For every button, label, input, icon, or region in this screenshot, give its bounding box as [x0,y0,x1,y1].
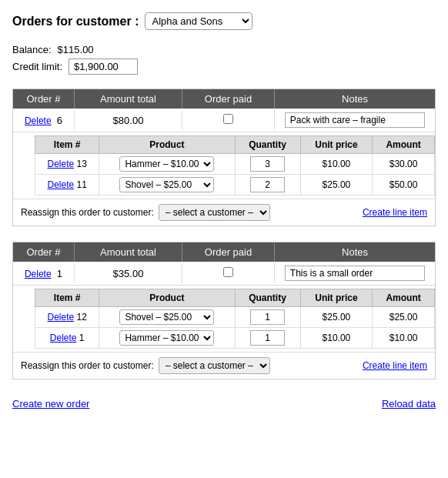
order-header-row: Order # Amount total Order paid Notes [13,89,435,109]
footer-row: Create new order Reload data [12,395,436,409]
li-qty-1-2 [235,175,300,196]
order-delete-num-1: Delete 6 [13,111,75,130]
li-amount-1-1: $30.00 [373,154,435,175]
balance-row: Balance: $115.00 [12,44,436,55]
delete-li-link-1-1[interactable]: Delete [48,159,75,169]
li-col-unit-price: Unit price [300,136,373,154]
orders-container: Order # Amount total Order paid Notes De… [12,89,436,379]
balance-section: Balance: $115.00 Credit limit: [12,44,436,75]
reassign-select-2[interactable]: – select a customer – Alpha and Sons Bet… [159,357,270,374]
order-paid-cell-1 [182,110,275,130]
li-product-select-2-2[interactable]: Hammer – $10.00Shovel – $25.00 [119,330,214,346]
delete-order-link-2[interactable]: Delete [25,269,52,279]
li-qty-1-1 [235,154,300,175]
reassign-select-1[interactable]: – select a customer – Alpha and Sons Bet… [159,204,270,221]
li-col-product: Product [99,136,235,154]
line-item-row-2-1: Delete 12 Hammer – $10.00Shovel – $25.00… [35,307,435,328]
li-product-select-1-1[interactable]: Hammer – $10.00Shovel – $25.00 [119,156,214,172]
reassign-label-1: Reassign this order to customer: [21,207,154,218]
order-notes-input-1[interactable] [285,112,425,128]
order-amount-2: $35.00 [75,264,182,283]
line-items-table-1: Item # Product Quantity Unit price Amoun… [35,135,435,196]
customer-select[interactable]: Alpha and Sons Beta Corp Gamma Ltd [145,12,252,30]
line-item-row-1-1: Delete 13 Hammer – $10.00Shovel – $25.00… [35,154,435,175]
li-col-item-num: Item # [35,289,99,307]
li-unit-price-2-2: $10.00 [300,328,373,349]
li-product-1-1: Hammer – $10.00Shovel – $25.00 [99,154,235,175]
li-amount-2-2: $10.00 [373,328,435,349]
order-paid-checkbox-2[interactable] [223,267,233,277]
order-block-2: Order # Amount total Order paid Notes De… [12,242,436,379]
credit-input[interactable] [69,58,138,75]
col-order-num: Order # [13,242,75,262]
balance-value: $115.00 [58,44,94,55]
col-order-paid: Order paid [182,242,275,262]
li-col-amount: Amount [373,136,435,154]
order-delete-num-2: Delete 1 [13,264,75,283]
delete-li-link-1-2[interactable]: Delete [48,179,75,190]
li-qty-input-2-2[interactable] [250,330,285,346]
col-notes: Notes [275,89,435,109]
li-product-1-2: Hammer – $10.00Shovel – $25.00 [99,175,235,196]
reload-data-link[interactable]: Reload data [382,398,436,409]
delete-li-link-2-1[interactable]: Delete [48,312,75,323]
reassign-label-2: Reassign this order to customer: [21,360,154,371]
col-order-num: Order # [13,89,75,109]
page-header: Orders for customer : Alpha and Sons Bet… [12,12,436,30]
line-items-wrapper-1: Item # Product Quantity Unit price Amoun… [13,132,435,199]
col-amount-total: Amount total [75,242,182,262]
li-qty-input-2-1[interactable] [250,309,285,325]
li-product-2-2: Hammer – $10.00Shovel – $25.00 [99,328,235,349]
li-qty-2-2 [235,328,300,349]
li-qty-2-1 [235,307,300,328]
line-item-row-2-2: Delete 1 Hammer – $10.00Shovel – $25.00 … [35,328,435,349]
order-notes-input-2[interactable] [285,266,425,281]
col-amount-total: Amount total [75,89,182,109]
col-notes: Notes [275,242,435,262]
order-paid-cell-2 [182,263,275,283]
li-col-product: Product [99,289,235,307]
li-col-unit-price: Unit price [300,289,373,307]
order-amount-1: $80.00 [75,111,182,130]
col-order-paid: Order paid [182,89,275,109]
li-delete-num-2-2: Delete 1 [35,328,99,349]
order-header-row: Order # Amount total Order paid Notes [13,242,435,262]
create-line-item-link-2[interactable]: Create line item [363,360,427,371]
li-col-quantity: Quantity [235,289,300,307]
li-product-2-1: Hammer – $10.00Shovel – $25.00 [99,307,235,328]
li-col-item-num: Item # [35,136,99,154]
li-col-amount: Amount [373,289,435,307]
order-data-row-1: Delete 6 $80.00 [13,109,435,132]
li-qty-input-1-2[interactable] [250,177,285,192]
li-col-quantity: Quantity [235,136,300,154]
li-product-select-1-2[interactable]: Hammer – $10.00Shovel – $25.00 [119,177,214,192]
reassign-row-2: Reassign this order to customer: – selec… [13,352,435,379]
order-block-1: Order # Amount total Order paid Notes De… [12,89,436,226]
li-delete-num-1-1: Delete 13 [35,154,99,175]
li-amount-1-2: $50.00 [373,175,435,196]
line-items-table-2: Item # Product Quantity Unit price Amoun… [35,289,435,349]
reassign-row-1: Reassign this order to customer: – selec… [13,199,435,226]
li-unit-price-2-1: $25.00 [300,307,373,328]
balance-label: Balance: [12,44,52,55]
line-items-wrapper-2: Item # Product Quantity Unit price Amoun… [13,286,435,352]
create-line-item-link-1[interactable]: Create line item [363,207,427,218]
li-product-select-2-1[interactable]: Hammer – $10.00Shovel – $25.00 [119,309,214,325]
li-delete-num-2-1: Delete 12 [35,307,99,328]
li-unit-price-1-1: $10.00 [300,154,373,175]
li-unit-price-1-2: $25.00 [300,175,373,196]
delete-li-link-2-2[interactable]: Delete [50,333,77,343]
order-data-row-2: Delete 1 $35.00 [13,262,435,286]
create-order-link[interactable]: Create new order [12,398,89,409]
credit-row: Credit limit: [12,58,436,75]
credit-label: Credit limit: [12,61,62,72]
page-title: Orders for customer : [12,15,139,28]
li-qty-input-1-1[interactable] [250,156,285,172]
order-notes-cell-1 [275,109,435,132]
line-item-row-1-2: Delete 11 Hammer – $10.00Shovel – $25.00… [35,175,435,196]
li-amount-2-1: $25.00 [373,307,435,328]
delete-order-link-1[interactable]: Delete [25,115,52,126]
li-delete-num-1-2: Delete 11 [35,175,99,196]
order-paid-checkbox-1[interactable] [223,114,233,124]
order-notes-cell-2 [275,262,435,285]
